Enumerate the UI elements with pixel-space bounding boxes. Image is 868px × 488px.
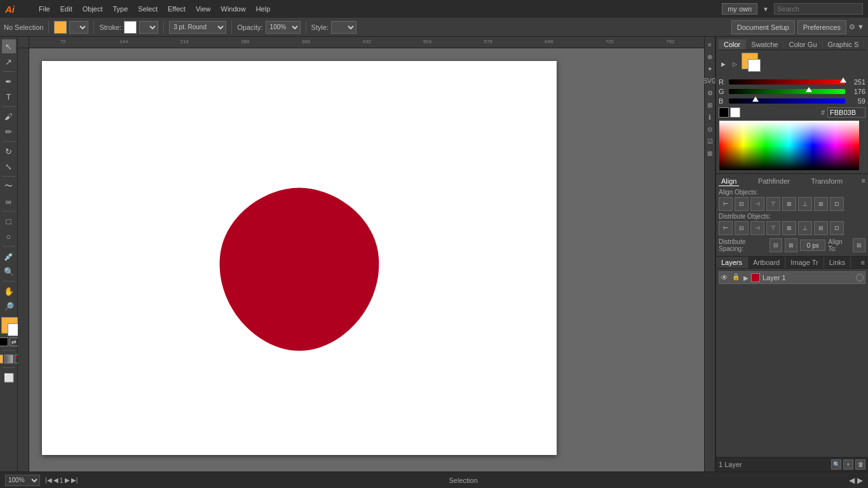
color-canvas[interactable] <box>719 121 859 170</box>
scroll-left-icon[interactable]: ◀ <box>849 476 855 485</box>
preferences-button[interactable]: Preferences <box>797 20 846 34</box>
blend-tool[interactable]: ∞ <box>2 194 16 208</box>
b-slider-thumb[interactable] <box>752 97 759 102</box>
search-input[interactable] <box>774 3 863 15</box>
layer-expand-icon[interactable]: ▶ <box>743 274 749 281</box>
text-tool[interactable]: T <box>2 90 16 104</box>
pencil-tool[interactable]: ✏ <box>2 125 16 139</box>
panel-icon-5[interactable]: ⚙ <box>705 88 715 98</box>
user-button[interactable]: my own <box>722 3 757 15</box>
menu-help[interactable]: Help <box>252 3 275 15</box>
ellipse-tool[interactable]: ○ <box>2 229 16 243</box>
delete-layer-icon[interactable]: 🗑 <box>855 459 865 470</box>
artboard[interactable] <box>42 61 557 455</box>
tab-graphic-styles[interactable]: Graphic S <box>823 39 865 50</box>
canvas-area[interactable]: 72 144 216 288 360 432 504 576 648 720 7… <box>18 37 704 471</box>
align-right-button[interactable]: ⊣ <box>750 197 764 211</box>
tab-color[interactable]: Color <box>719 39 746 50</box>
hex-input[interactable] <box>827 107 865 118</box>
layer-row[interactable]: 👁 🔒 ▶ Layer 1 <box>719 271 865 284</box>
layers-panel-menu[interactable]: ≡ <box>858 257 868 268</box>
panel-icon-9[interactable]: ☑ <box>705 136 715 146</box>
layer-visibility-icon[interactable]: 👁 <box>721 273 729 282</box>
tab-layers[interactable]: Layers <box>716 257 748 268</box>
next-page-icon[interactable]: ▶ <box>65 477 70 484</box>
menu-window[interactable]: Window <box>217 3 250 15</box>
black-swatch[interactable] <box>719 107 729 118</box>
color-fill-stroke[interactable] <box>1 317 17 332</box>
dist-right-button[interactable]: ⊣ <box>750 221 764 235</box>
eyedropper-tool[interactable]: 💉 <box>2 249 16 263</box>
panel-icon-10[interactable]: ⊠ <box>705 148 715 158</box>
fill-select[interactable] <box>69 21 88 34</box>
menu-select[interactable]: Select <box>133 3 162 15</box>
direct-selection-tool[interactable]: ↗ <box>2 55 16 69</box>
tab-image-trace[interactable]: Image Tr <box>785 257 824 268</box>
paintbrush-tool[interactable]: 🖌 <box>2 109 16 123</box>
menu-file[interactable]: File <box>34 3 55 15</box>
r-slider-thumb[interactable] <box>840 78 846 83</box>
align-hcenter-button[interactable]: ⊟ <box>735 197 749 211</box>
dist-extra1[interactable]: ⊞ <box>814 221 828 235</box>
align-bottom-button[interactable]: ⊥ <box>798 197 812 211</box>
align-to-select[interactable]: ⊞ <box>853 238 865 252</box>
tab-transform[interactable]: Transform <box>808 177 845 186</box>
panel-icon-6[interactable]: ⊞ <box>705 100 715 110</box>
search-layers-icon[interactable]: 🔍 <box>831 459 841 470</box>
pen-tool[interactable]: ✒ <box>2 74 16 88</box>
dist-bottom-button[interactable]: ⊥ <box>798 221 812 235</box>
panel-icon-8[interactable]: ⊙ <box>705 124 715 134</box>
zoom-tool2[interactable]: 🔎 <box>2 299 16 313</box>
dist-top-button[interactable]: ⊤ <box>766 221 780 235</box>
selection-tool[interactable]: ↖ <box>2 39 16 53</box>
dist-vcenter-button[interactable]: ⊠ <box>782 221 796 235</box>
spacing-input[interactable] <box>800 240 825 251</box>
opacity-select[interactable]: 100% <box>266 21 301 34</box>
color-swatches-fg-bg[interactable] <box>742 53 764 76</box>
red-shape[interactable] <box>207 175 391 360</box>
shape-container[interactable] <box>207 175 391 360</box>
dist-sp-v[interactable]: ⊠ <box>785 238 797 252</box>
menu-edit[interactable]: Edit <box>56 3 77 15</box>
frame-tool[interactable]: ⬜ <box>2 370 16 384</box>
tab-links[interactable]: Links <box>824 257 851 268</box>
tab-swatches[interactable]: Swatche <box>746 39 783 50</box>
stroke-swatch[interactable] <box>124 21 137 34</box>
panel-icon-2[interactable]: ⊕ <box>705 51 715 62</box>
panel-icon-4[interactable]: SVG <box>705 76 715 86</box>
tab-artboard[interactable]: Artboard <box>748 257 785 268</box>
zoom-select[interactable]: 100% <box>5 475 40 486</box>
fill-swatch[interactable] <box>54 21 67 34</box>
first-page-icon[interactable]: |◀ <box>45 477 52 484</box>
gradient-icon[interactable] <box>4 355 13 363</box>
zoom-tool[interactable]: 🔍 <box>2 264 16 278</box>
align-extra1[interactable]: ⊞ <box>814 197 828 211</box>
stroke-style-select[interactable]: 3 pt. Round <box>169 21 226 34</box>
add-layer-icon[interactable]: + <box>843 459 853 470</box>
white-swatch[interactable] <box>730 107 740 118</box>
toolbar-options-icon[interactable]: ⚙ ▼ <box>849 23 864 31</box>
last-page-icon[interactable]: ▶| <box>71 477 78 484</box>
dist-extra2[interactable]: ⊡ <box>830 221 844 235</box>
menu-type[interactable]: Type <box>109 3 133 15</box>
color-mode-cmyk[interactable]: ▷ <box>730 60 739 69</box>
panel-icon-1[interactable]: ≡ <box>705 39 715 50</box>
menu-view[interactable]: View <box>191 3 215 15</box>
layer-target-icon[interactable] <box>856 274 864 281</box>
align-vcenter-button[interactable]: ⊠ <box>782 197 796 211</box>
color-gradient-picker[interactable] <box>719 120 865 171</box>
dist-sp-h[interactable]: ⊟ <box>770 238 782 252</box>
document-setup-button[interactable]: Document Setup <box>731 20 795 34</box>
menu-effect[interactable]: Effect <box>163 3 190 15</box>
normal-mode-icon[interactable] <box>0 355 3 363</box>
panel-icon-7[interactable]: ℹ <box>705 112 715 122</box>
tab-color-guide[interactable]: Color Gu <box>784 39 823 50</box>
tab-align[interactable]: Align <box>719 177 739 186</box>
dist-hcenter-button[interactable]: ⊟ <box>735 221 749 235</box>
r-slider[interactable] <box>729 79 845 85</box>
hand-tool[interactable]: ✋ <box>2 284 16 298</box>
warp-tool[interactable]: 〜 <box>2 179 16 193</box>
align-panel-menu[interactable]: ≡ <box>862 177 865 186</box>
panel-icon-3[interactable]: ✦ <box>705 64 715 74</box>
stroke-weight-select[interactable] <box>139 21 158 34</box>
